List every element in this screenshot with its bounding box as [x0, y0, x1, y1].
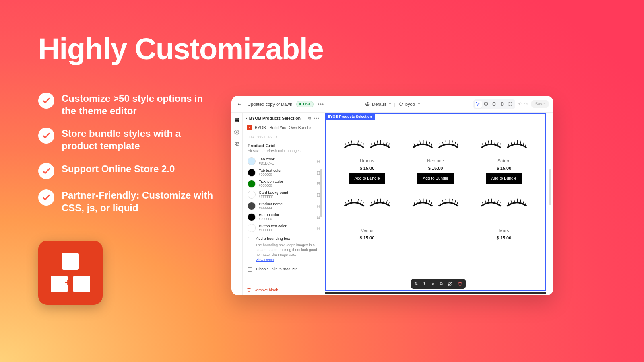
color-swatch[interactable]	[248, 224, 256, 232]
more-icon[interactable]: •••	[318, 101, 324, 107]
mobile-icon[interactable]	[499, 101, 506, 108]
disable-links-checkbox[interactable]: Disable links to products	[243, 264, 323, 273]
product-price: $ 15.00	[497, 235, 512, 240]
svg-line-93	[523, 200, 524, 204]
ctx-duplicate-icon[interactable]: ⧉	[440, 281, 443, 286]
view-demo-link[interactable]: View Demo	[243, 258, 323, 264]
preview-pane: BYOB Products Selection Uranus $ 15.00 A…	[323, 113, 553, 295]
color-row[interactable]: Tab text color#000000⌸	[247, 167, 320, 178]
app-logo: +	[38, 241, 103, 305]
svg-rect-9	[237, 142, 239, 144]
svg-rect-4	[235, 118, 239, 119]
rail-apps-icon[interactable]	[234, 141, 240, 147]
connect-icon[interactable]: ⌸	[317, 171, 320, 175]
svg-line-43	[495, 141, 495, 145]
live-badge: Live	[296, 101, 314, 107]
remove-block-button[interactable]: Remove block	[243, 284, 323, 295]
bullet-text: Partner-Friendly: Customize with CSS, js…	[62, 189, 215, 214]
product-image	[480, 193, 528, 214]
color-row[interactable]: Button color#000000⌸	[247, 212, 320, 222]
product-image	[343, 193, 391, 214]
connect-icon[interactable]: ⌸	[317, 215, 320, 219]
color-swatch[interactable]	[248, 202, 256, 210]
exit-icon[interactable]	[236, 101, 244, 108]
ctx-up-icon[interactable]: ↟	[423, 281, 426, 286]
svg-line-78	[452, 199, 453, 203]
connect-icon[interactable]: ⌸	[317, 159, 320, 164]
connect-icon[interactable]: ⌸	[317, 181, 320, 186]
tablet-icon[interactable]	[491, 101, 498, 108]
svg-rect-3	[501, 102, 503, 105]
page-picker[interactable]: byob▾	[398, 102, 420, 107]
rail-settings-icon[interactable]	[234, 129, 240, 135]
desktop-icon[interactable]	[483, 101, 490, 108]
color-swatch[interactable]	[248, 213, 256, 221]
duplicate-icon[interactable]: ⧉	[308, 116, 311, 121]
product-card: Mars $ 15.00	[474, 193, 534, 240]
add-to-bundle-button[interactable]: Add to Bundle	[349, 173, 386, 184]
add-to-bundle-button[interactable]: Add to Bundle	[417, 173, 454, 184]
selected-section-frame[interactable]: BYOB Products Selection Uranus $ 15.00 A…	[325, 113, 546, 291]
svg-line-15	[358, 141, 359, 145]
config-scrollbar[interactable]	[320, 169, 322, 217]
device-toggle[interactable]	[473, 99, 515, 109]
product-name: Mars	[499, 228, 509, 233]
color-swatch[interactable]	[248, 169, 256, 177]
svg-rect-2	[493, 102, 495, 105]
bullet-item: Partner-Friendly: Customize with CSS, js…	[38, 189, 215, 214]
svg-rect-1	[485, 103, 488, 105]
check-icon	[38, 93, 54, 109]
hero-title: Highly Customizable	[38, 34, 400, 64]
section-tag: BYOB Products Selection	[325, 113, 375, 120]
ctx-move-icon[interactable]: ⇅	[414, 281, 418, 286]
svg-line-30	[429, 142, 430, 146]
color-row[interactable]: Tab color#D1ECFE⌸	[247, 156, 320, 167]
rail-sections-icon[interactable]	[234, 117, 240, 123]
color-row[interactable]: Button text color#FFFFFF⌸	[247, 223, 320, 234]
config-more-icon[interactable]: •••	[314, 116, 320, 121]
svg-line-22	[384, 141, 384, 145]
color-swatch[interactable]	[248, 180, 256, 188]
product-grid: Uranus $ 15.00 Add to Bundle Neptune $ 1…	[326, 114, 545, 244]
bounding-help: The bounding box keeps images in a squar…	[243, 243, 323, 258]
svg-line-29	[426, 141, 427, 145]
bullet-text: Support Online Store 2.0	[62, 163, 175, 175]
ctx-hide-icon[interactable]	[448, 281, 453, 286]
template-picker[interactable]: Default▾	[365, 102, 391, 107]
color-row[interactable]: Product name#444444⌸	[247, 201, 320, 212]
fullscreen-icon[interactable]	[507, 101, 514, 108]
preview-h-scrollbar[interactable]	[325, 292, 546, 294]
svg-line-92	[520, 199, 521, 203]
color-swatch[interactable]	[248, 191, 256, 199]
color-row[interactable]: Tick icon color#008000⌸	[247, 178, 320, 189]
product-price: $ 15.00	[360, 166, 375, 171]
back-icon[interactable]: ‹	[246, 116, 248, 121]
redo-icon[interactable]: ↷	[524, 101, 528, 107]
product-name: Uranus	[360, 158, 374, 163]
product-image	[480, 134, 528, 156]
bounding-box-checkbox[interactable]: Add a bounding box	[243, 234, 323, 243]
section-hint: Hit save to refresh color changes	[243, 149, 323, 156]
ctx-down-icon[interactable]: ↡	[431, 281, 435, 286]
connect-icon[interactable]: ⌸	[317, 226, 320, 230]
save-button[interactable]: Save	[531, 100, 549, 108]
app-subtitle: BYOB - Build Your Own Bundle	[243, 123, 323, 134]
svg-line-86	[497, 200, 499, 204]
svg-line-64	[384, 199, 384, 203]
ctx-delete-icon[interactable]	[458, 282, 462, 286]
connect-icon[interactable]: ⌸	[317, 193, 320, 197]
section-title: Product Grid	[243, 140, 323, 149]
color-row[interactable]: Card background#FFFFFF⌸	[247, 189, 320, 200]
svg-point-7	[236, 131, 237, 132]
product-card	[405, 193, 466, 240]
preview-scrollbar[interactable]	[549, 169, 551, 205]
undo-icon[interactable]: ↶	[518, 101, 522, 107]
product-name: Neptune	[427, 158, 444, 163]
color-swatch[interactable]	[248, 157, 256, 165]
color-list: Tab color#D1ECFE⌸ Tab text color#000000⌸…	[243, 156, 323, 234]
connect-icon[interactable]: ⌸	[317, 204, 320, 208]
svg-rect-10	[235, 144, 236, 146]
add-to-bundle-button[interactable]: Add to Bundle	[486, 173, 522, 184]
inspector-icon[interactable]	[475, 101, 482, 108]
product-price: $ 15.00	[360, 235, 375, 240]
